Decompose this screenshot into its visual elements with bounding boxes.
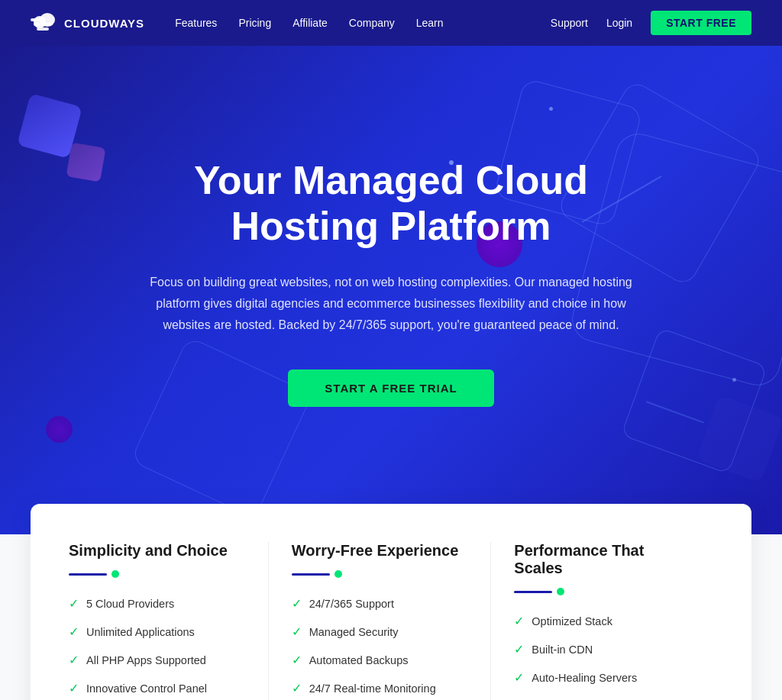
feature-divider-simplicity [69,570,245,578]
list-item: ✓Optimized Stack [514,614,690,628]
navbar-start-free-button[interactable]: START FREE [651,11,751,35]
list-item: ✓Unlimited Applications [69,624,245,639]
feature-col-performance: Performance That Scales ✓Optimized Stack… [491,542,713,700]
divider-dot [111,570,119,578]
nav-learn[interactable]: Learn [416,17,444,29]
deco-dot3 [732,378,736,382]
check-icon: ✓ [69,653,79,667]
hero-trial-button[interactable]: START A FREE TRIAL [288,369,493,407]
check-icon: ✓ [292,681,302,695]
divider-dot [334,570,342,578]
feature-col-simplicity: Simplicity and Choice ✓5 Cloud Providers… [69,542,269,700]
navbar-right: Support Login START FREE [551,11,751,35]
divider-bar [69,573,107,576]
navbar: CLOUDWAYS Features Pricing Affiliate Com… [0,0,782,46]
list-item: ✓Built-in CDN [514,642,690,656]
check-icon: ✓ [69,596,79,611]
check-icon: ✓ [69,624,79,639]
deco-dot2 [549,107,553,111]
deco-orb2 [46,416,73,443]
nav-login[interactable]: Login [606,17,632,29]
deco-cube3 [696,395,782,482]
list-item: ✓Auto-Healing Servers [514,670,690,685]
divider-bar [514,591,552,593]
hero-section: Your Managed Cloud Hosting Platform Focu… [0,46,782,534]
hero-title: Your Managed Cloud Hosting Platform [116,158,666,250]
deco-cube2 [66,142,105,182]
check-icon: ✓ [69,681,79,695]
check-icon: ✓ [292,624,302,639]
navbar-links: Features Pricing Affiliate Company Learn [175,17,551,29]
divider-dot [557,588,564,595]
cloudways-logo-icon [31,12,58,34]
feature-divider-worry-free [292,570,468,578]
svg-point-4 [34,16,46,28]
deco-cube1 [17,93,82,159]
feature-divider-performance [514,588,690,595]
deco-hex4 [621,327,767,474]
list-item: ✓Automated Backups [292,653,468,667]
list-item: ✓Managed Security [292,624,468,639]
feature-heading-simplicity: Simplicity and Choice [69,542,245,560]
features-section: Simplicity and Choice ✓5 Cloud Providers… [0,504,782,700]
list-item: ✓Innovative Control Panel [69,681,245,695]
features-card: Simplicity and Choice ✓5 Cloud Providers… [31,504,751,700]
feature-heading-performance: Performance That Scales [514,542,690,577]
feature-list-worry-free: ✓24/7/365 Support ✓Managed Security ✓Aut… [292,596,468,695]
check-icon: ✓ [514,614,524,628]
feature-heading-worry-free: Worry-Free Experience [292,542,468,560]
feature-col-worry-free: Worry-Free Experience ✓24/7/365 Support … [269,542,492,700]
deco-hex-outline [130,336,312,518]
deco-line2 [646,401,704,423]
list-item: ✓24/7 Real-time Monitoring [292,681,468,695]
nav-pricing[interactable]: Pricing [238,17,271,29]
nav-affiliate[interactable]: Affiliate [292,17,328,29]
check-icon: ✓ [514,642,524,656]
list-item: ✓5 Cloud Providers [69,596,245,611]
logo[interactable]: CLOUDWAYS [31,12,144,34]
nav-features[interactable]: Features [175,17,217,29]
check-icon: ✓ [292,653,302,667]
nav-company[interactable]: Company [349,17,395,29]
hero-subtitle: Focus on building great websites, not on… [131,272,651,336]
divider-bar [292,573,330,576]
list-item: ✓24/7/365 Support [292,596,468,611]
brand-name: CLOUDWAYS [64,17,144,30]
nav-support[interactable]: Support [551,17,588,29]
feature-list-performance: ✓Optimized Stack ✓Built-in CDN ✓Auto-Hea… [514,614,690,700]
feature-list-simplicity: ✓5 Cloud Providers ✓Unlimited Applicatio… [69,596,245,695]
check-icon: ✓ [514,670,524,685]
check-icon: ✓ [292,596,302,611]
list-item: ✓All PHP Apps Supported [69,653,245,667]
